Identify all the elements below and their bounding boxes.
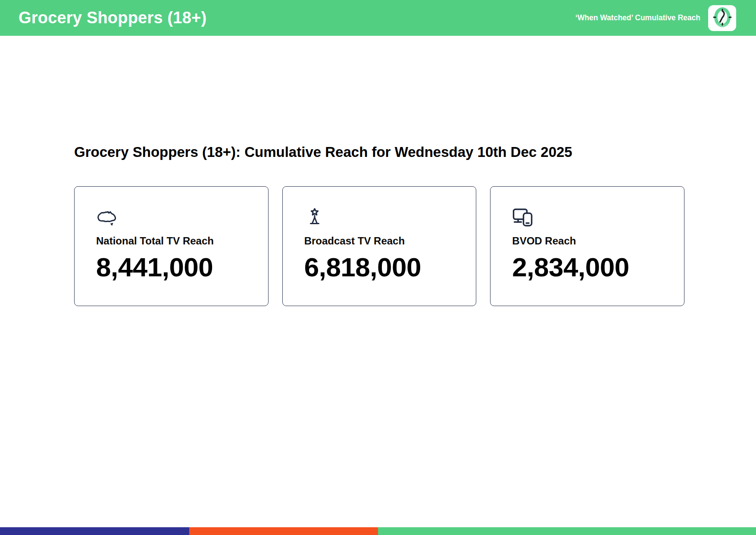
devices-icon [512,207,675,228]
header-subtitle: ‘When Watched’ Cumulative Reach [575,13,700,22]
broadcast-tower-icon [304,207,468,228]
kpi-value: 8,441,000 [96,252,259,282]
header-bar: Grocery Shoppers (18+) ‘When Watched’ Cu… [0,0,756,36]
kpi-card-national-total-tv: National Total TV Reach 8,441,000 [74,186,269,306]
footer-color-bar [0,527,756,535]
kpi-label: BVOD Reach [512,235,675,247]
kpi-value: 2,834,000 [512,252,675,282]
australia-map-icon [96,207,259,228]
kpi-value: 6,818,000 [304,252,468,282]
kpi-label: Broadcast TV Reach [304,235,468,247]
kpi-cards-row: National Total TV Reach 8,441,000 Broadc… [74,186,684,306]
header-right-group: ‘When Watched’ Cumulative Reach [575,5,736,31]
clock-icon [712,6,732,30]
kpi-card-bvod: BVOD Reach 2,834,000 [490,186,684,306]
kpi-label: National Total TV Reach [96,235,259,247]
page-title: Grocery Shoppers (18+): Cumulative Reach… [74,144,684,160]
footer-orange-segment [189,527,378,535]
kpi-card-broadcast-tv: Broadcast TV Reach 6,818,000 [282,186,477,306]
footer-blue-segment [0,527,189,535]
footer-green-segment [378,527,756,535]
report-body: Grocery Shoppers (18+): Cumulative Reach… [0,36,756,527]
clock-app-logo [708,5,736,31]
header-title: Grocery Shoppers (18+) [19,9,206,27]
